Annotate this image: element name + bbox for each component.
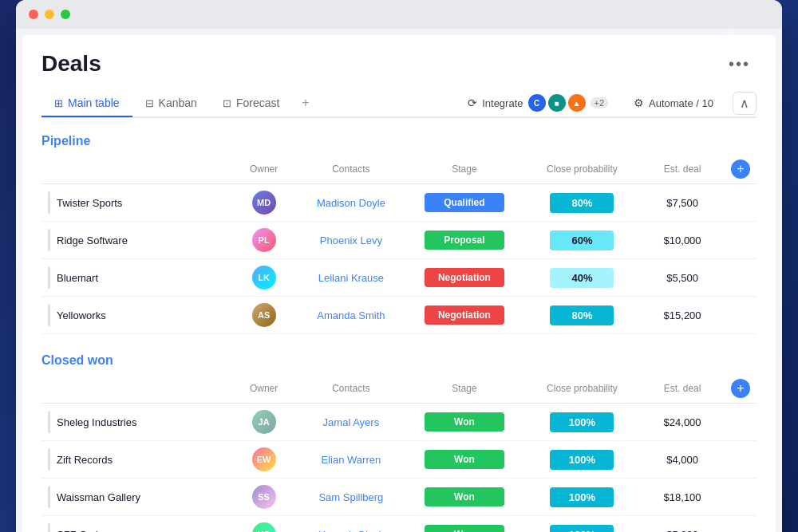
col-contacts: Contacts — [294, 155, 408, 184]
automate-label: Automate / 10 — [649, 97, 713, 109]
deal-name: Waissman Gallery — [57, 491, 140, 503]
tab-actions: ⟳ Integrate C ■ ▲ +2 ⚙ Automate / 10 ∧ — [461, 91, 757, 115]
minimize-dot[interactable] — [45, 10, 54, 19]
contact-link[interactable]: Elian Warren — [322, 454, 381, 466]
contact-link[interactable]: Madison Doyle — [317, 197, 385, 209]
avatar: SS — [252, 485, 276, 509]
stage-badge: Won — [425, 487, 504, 506]
table-row: Zift Records EWElian WarrenWon100%$4,000 — [41, 441, 757, 479]
deal-bar — [48, 304, 50, 326]
closed-won-title: Closed won — [41, 353, 113, 368]
contact-link[interactable]: Leilani Krause — [318, 272, 384, 284]
deal-name: Sheleg Industries — [57, 416, 136, 428]
kanban-icon: ⊟ — [145, 97, 154, 109]
table-row: Bluemart LKLeilani KrauseNegotiation40%$… — [41, 259, 757, 297]
probability-badge: 100% — [550, 487, 614, 507]
cw-col-contacts: Contacts — [294, 374, 408, 404]
integrate-icons: C ■ ▲ — [528, 94, 586, 112]
deal-name-cell: Sheleg Industries — [48, 411, 227, 433]
table-row: Waissman Gallery SSSam SpillbergWon100%$… — [41, 479, 757, 516]
deal-name: Ridge Software — [57, 234, 128, 246]
automate-button[interactable]: ⚙ Automate / 10 — [627, 93, 720, 112]
probability-badge: 80% — [550, 193, 614, 213]
avatar: MD — [252, 191, 276, 215]
page-title: Deals — [41, 51, 101, 77]
cw-col-add: + — [721, 374, 757, 404]
integrate-icon-2: ■ — [548, 94, 566, 112]
tab-main-table-label: Main table — [68, 97, 120, 109]
star-decoration-left2: + — [24, 327, 29, 336]
avatar: AS — [252, 303, 276, 327]
deal-name: Bluemart — [57, 272, 98, 284]
est-deal-value: $24,000 — [664, 416, 701, 428]
deal-name: Yelloworks — [57, 309, 106, 321]
deal-name-cell: Bluemart — [48, 266, 227, 289]
probability-badge: 60% — [550, 231, 614, 250]
deal-name-cell: Yelloworks — [48, 304, 227, 326]
table-row: Twister Sports MDMadison DoyleQualified8… — [41, 184, 757, 222]
chevron-icon: ∧ — [740, 97, 749, 110]
avatar: HG — [252, 522, 276, 532]
est-deal-value: $18,100 — [664, 491, 701, 503]
integrate-button[interactable]: ⟳ Integrate C ■ ▲ +2 — [461, 91, 614, 115]
tab-forecast-label: Forecast — [236, 97, 279, 109]
star-decoration-left: + — [16, 298, 22, 310]
stage-badge: Won — [425, 450, 504, 469]
est-deal-value: $4,000 — [666, 454, 698, 466]
contact-link[interactable]: Jamal Ayers — [323, 416, 380, 428]
cw-col-close-prob: Close probability — [521, 374, 643, 404]
tab-main-table[interactable]: ⊞ Main table — [41, 90, 132, 117]
maximize-dot[interactable] — [61, 10, 70, 19]
deal-bar — [48, 448, 50, 471]
deal-bar — [48, 229, 50, 251]
contact-link[interactable]: Sam Spillberg — [318, 491, 383, 503]
tab-kanban[interactable]: ⊟ Kanban — [132, 90, 210, 117]
probability-badge: 80% — [550, 305, 614, 325]
more-menu-button[interactable]: ••• — [722, 52, 757, 77]
probability-badge: 40% — [550, 268, 614, 288]
deal-name-cell: Twister Sports — [48, 191, 227, 214]
contact-link[interactable]: Phoenix Levy — [320, 234, 382, 246]
cw-col-est-deal: Est. deal — [643, 374, 721, 404]
add-tab-button[interactable]: + — [292, 89, 318, 116]
est-deal-value: $5,800 — [666, 529, 698, 533]
close-dot[interactable] — [29, 10, 38, 19]
automate-icon: ⚙ — [634, 97, 644, 109]
stage-badge: Negotiation — [425, 305, 504, 325]
stage-badge: Negotiation — [425, 268, 504, 287]
est-deal-value: $5,500 — [666, 272, 698, 284]
integrate-plus-badge: +2 — [591, 97, 609, 108]
tab-forecast[interactable]: ⊡ Forecast — [210, 90, 292, 117]
table-row: Yelloworks ASAmanda SmithNegotiation80%$… — [41, 297, 757, 334]
deal-name: SFF Cruise — [57, 529, 109, 533]
deal-bar — [48, 191, 50, 214]
cw-col-stage: Stage — [408, 374, 521, 404]
avatar: LK — [252, 266, 276, 290]
col-owner: Owner — [233, 155, 294, 184]
page-header: Deals ••• — [41, 51, 757, 77]
est-deal-value: $15,200 — [664, 309, 701, 321]
col-est-deal: Est. deal — [643, 155, 721, 184]
pipeline-title: Pipeline — [41, 134, 90, 148]
est-deal-value: $10,000 — [664, 234, 701, 246]
deal-bar — [48, 266, 50, 289]
contact-link[interactable]: Hannah Gluck — [318, 529, 384, 533]
table-row: Sheleg Industries JAJamal AyersWon100%$2… — [41, 404, 757, 441]
deal-bar — [48, 486, 50, 508]
stage-badge: Won — [425, 412, 504, 432]
add-column-button[interactable]: + — [731, 160, 750, 179]
integrate-icon-3: ▲ — [568, 94, 586, 112]
stage-badge: Proposal — [425, 231, 504, 250]
collapse-button[interactable]: ∧ — [733, 92, 757, 115]
contact-link[interactable]: Amanda Smith — [317, 309, 385, 321]
integrate-icon-1: C — [528, 94, 546, 112]
closed-won-table: Owner Contacts Stage Close probability E… — [41, 374, 757, 532]
closed-won-section: Closed won Owner Contacts Stage Close pr… — [41, 353, 757, 532]
cw-col-deal-name — [41, 374, 233, 404]
cw-add-column-button[interactable]: + — [731, 379, 750, 398]
stage-badge: Won — [425, 525, 504, 532]
deal-name-cell: Ridge Software — [48, 229, 227, 251]
deal-name-cell: Zift Records — [48, 448, 227, 471]
table-row: Ridge Software PLPhoenix LevyProposal60%… — [41, 222, 757, 259]
table-row: SFF Cruise HGHannah GluckWon100%$5,800 — [41, 516, 757, 533]
